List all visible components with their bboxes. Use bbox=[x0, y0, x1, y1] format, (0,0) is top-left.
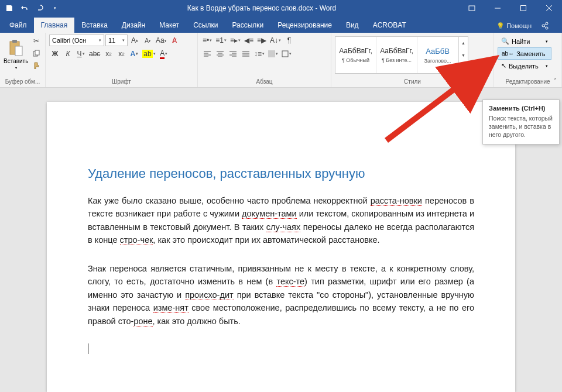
replace-tooltip: Заменить (Ctrl+H) Поиск текста, который … bbox=[482, 99, 560, 145]
svg-rect-11 bbox=[12, 40, 17, 43]
gallery-down-icon[interactable]: ▼ bbox=[459, 49, 468, 61]
tab-view[interactable]: Вид bbox=[339, 18, 366, 33]
text-effects-icon[interactable]: A bbox=[128, 48, 140, 60]
tooltip-body: Поиск текста, который заменить, и вставк… bbox=[489, 114, 553, 139]
borders-icon[interactable] bbox=[280, 48, 293, 60]
highlight-icon[interactable]: ab bbox=[141, 48, 156, 60]
align-right-icon[interactable] bbox=[227, 48, 239, 60]
increase-indent-icon[interactable]: ≡▶ bbox=[256, 35, 268, 46]
collapse-ribbon-icon[interactable]: ˄ bbox=[550, 75, 560, 85]
tab-review[interactable]: Рецензирование bbox=[270, 18, 339, 33]
paste-label: Вставить bbox=[4, 58, 28, 64]
ribbon: Вставить ▾ ✂ Буфер обм... Calibri (Осн▾ … bbox=[0, 33, 562, 88]
close-icon[interactable] bbox=[536, 0, 562, 16]
undo-icon[interactable] bbox=[18, 1, 32, 15]
clipboard-label: Буфер обм... bbox=[4, 77, 42, 87]
quick-access-toolbar: ▾ bbox=[0, 1, 64, 15]
ribbon-display-icon[interactable] bbox=[459, 0, 485, 16]
bold-icon[interactable]: Ж bbox=[49, 48, 61, 60]
paste-button[interactable]: Вставить ▾ bbox=[4, 34, 28, 75]
tooltip-title: Заменить (Ctrl+H) bbox=[489, 105, 553, 112]
search-icon: 🔍 bbox=[501, 37, 509, 45]
grow-font-icon[interactable]: A▴ bbox=[129, 35, 140, 46]
page: Удаление переносов, расставленных вручну… bbox=[47, 102, 515, 392]
tab-references[interactable]: Ссылки bbox=[186, 18, 225, 33]
redo-icon[interactable] bbox=[33, 1, 47, 15]
tab-acrobat[interactable]: ACROBAT bbox=[366, 18, 413, 33]
gallery-expand-icon[interactable]: ▾ bbox=[459, 61, 468, 73]
shrink-font-icon[interactable]: A▾ bbox=[142, 35, 153, 46]
superscript-icon[interactable]: x2 bbox=[115, 48, 127, 60]
align-center-icon[interactable] bbox=[214, 48, 226, 60]
font-color-icon[interactable]: A bbox=[158, 48, 170, 60]
replace-icon: ab↔ bbox=[502, 50, 514, 57]
document-area[interactable]: Удаление переносов, расставленных вручну… bbox=[0, 88, 562, 392]
window-title: Как в Ворде убрать перенос слов.docx - W… bbox=[64, 4, 459, 12]
change-case-icon[interactable]: Aa▾ bbox=[155, 35, 167, 46]
replace-button[interactable]: ab↔Заменить bbox=[498, 47, 551, 60]
format-painter-icon[interactable] bbox=[30, 60, 42, 71]
styles-group-label: Стили bbox=[335, 77, 490, 87]
svg-rect-12 bbox=[15, 46, 22, 56]
doc-paragraph-1: Как уже было сказано выше, особенно част… bbox=[88, 194, 474, 247]
cut-icon[interactable]: ✂ bbox=[30, 35, 42, 47]
decrease-indent-icon[interactable]: ◀≡ bbox=[243, 35, 255, 46]
style-nospacing[interactable]: АаБбВвГг,¶ Без инте... bbox=[376, 37, 417, 73]
cursor-icon: ↖ bbox=[501, 62, 506, 70]
window-controls bbox=[459, 0, 562, 16]
tab-file[interactable]: Файл bbox=[2, 18, 34, 33]
clear-format-icon[interactable]: A̷ bbox=[169, 35, 180, 46]
sort-icon[interactable]: A↓ bbox=[269, 35, 282, 46]
font-size-combo[interactable]: 11▾ bbox=[105, 35, 128, 46]
gallery-scroll: ▲ ▼ ▾ bbox=[458, 37, 468, 73]
select-button[interactable]: ↖Выделить▾ bbox=[498, 60, 551, 72]
svg-rect-14 bbox=[35, 50, 39, 55]
gallery-up-icon[interactable]: ▲ bbox=[459, 37, 468, 49]
styles-gallery: АаБбВвГг,¶ Обычный АаБбВвГг,¶ Без инте..… bbox=[335, 36, 468, 74]
doc-paragraph-2: Знак переноса является статичным, привяз… bbox=[88, 262, 474, 328]
group-font: Calibri (Осн▾ 11▾ A▴ A▾ Aa▾ A̷ Ж К Ч abc… bbox=[46, 33, 198, 87]
editing-group-label: Редактирование bbox=[498, 77, 558, 87]
tab-home[interactable]: Главная bbox=[34, 18, 75, 33]
line-spacing-icon[interactable]: ↕≡ bbox=[253, 48, 266, 60]
show-marks-icon[interactable]: ¶ bbox=[283, 35, 295, 46]
tell-me-label: Помощн bbox=[506, 22, 532, 29]
shading-icon[interactable] bbox=[267, 48, 279, 60]
doc-heading: Удаление переносов, расставленных вручну… bbox=[88, 166, 474, 181]
style-normal[interactable]: АаБбВвГг,¶ Обычный bbox=[335, 37, 376, 73]
bullets-icon[interactable]: ≡• bbox=[201, 35, 213, 46]
svg-line-8 bbox=[544, 24, 546, 25]
tab-design[interactable]: Дизайн bbox=[115, 18, 152, 33]
svg-rect-2 bbox=[521, 6, 526, 11]
tab-mailings[interactable]: Рассылки bbox=[225, 18, 270, 33]
qat-customize-icon[interactable]: ▾ bbox=[48, 1, 62, 15]
font-name-combo[interactable]: Calibri (Осн▾ bbox=[49, 35, 104, 46]
group-paragraph: ≡• ≡1 ≡▸ ◀≡ ≡▶ A↓ ¶ ↕≡ Абзац bbox=[198, 33, 331, 87]
numbering-icon[interactable]: ≡1 bbox=[214, 35, 228, 46]
italic-icon[interactable]: К bbox=[62, 48, 74, 60]
minimize-icon[interactable] bbox=[485, 0, 510, 16]
svg-rect-31 bbox=[282, 51, 288, 57]
tell-me-icon[interactable]: 💡 Помощн bbox=[496, 22, 532, 30]
style-heading1[interactable]: АаБбВЗаголово... bbox=[417, 37, 458, 73]
multilevel-icon[interactable]: ≡▸ bbox=[229, 35, 242, 46]
strike-icon[interactable]: abc bbox=[88, 48, 101, 60]
title-bar: ▾ Как в Ворде убрать перенос слов.docx -… bbox=[0, 0, 562, 16]
find-button[interactable]: 🔍Найти▾ bbox=[498, 35, 551, 47]
underline-icon[interactable]: Ч bbox=[75, 48, 87, 60]
svg-line-9 bbox=[544, 26, 546, 27]
copy-icon[interactable] bbox=[30, 47, 42, 59]
justify-icon[interactable] bbox=[240, 48, 252, 60]
font-group-label: Шрифт bbox=[49, 77, 194, 87]
ribbon-tabs: Файл Главная Вставка Дизайн Макет Ссылки… bbox=[0, 16, 562, 33]
tab-layout[interactable]: Макет bbox=[152, 18, 186, 33]
tab-insert[interactable]: Вставка bbox=[74, 18, 115, 33]
save-icon[interactable] bbox=[2, 1, 16, 15]
paragraph-group-label: Абзац bbox=[201, 77, 327, 87]
group-clipboard: Вставить ▾ ✂ Буфер обм... bbox=[0, 33, 46, 87]
text-cursor bbox=[88, 343, 88, 354]
maximize-icon[interactable] bbox=[510, 0, 536, 16]
align-left-icon[interactable] bbox=[201, 48, 213, 60]
subscript-icon[interactable]: x2 bbox=[102, 48, 114, 60]
share-icon[interactable] bbox=[536, 19, 554, 33]
